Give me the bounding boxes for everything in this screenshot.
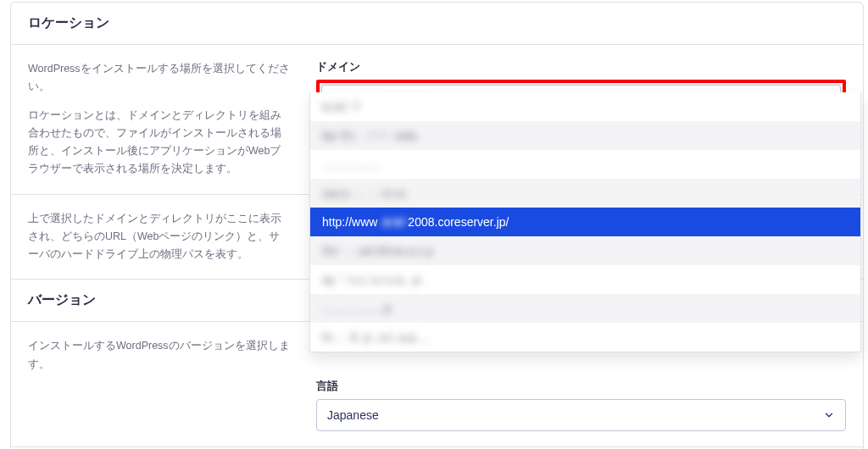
domain-option[interactable]: ls.lsl.".f [310, 92, 860, 121]
domain-option[interactable]: :.................:p [310, 294, 860, 323]
language-select[interactable]: Japanese [316, 399, 846, 431]
domain-option-blurred: . ■ ■= [377, 215, 409, 229]
language-field-label: 言語 [316, 380, 846, 394]
language-select-value: Japanese [327, 408, 379, 422]
location-lead: WordPressをインストールする場所を選択してください。 [28, 60, 291, 97]
version-description: インストールするWordPressのバージョンを選択します。 [11, 322, 308, 446]
domain-option[interactable]: lipr Ec. . ! ! ! : sala. [310, 121, 860, 150]
domain-option[interactable]: hls '. .:.ae:0lcna.a.c.p [310, 236, 860, 265]
domain-option[interactable]: ay. ': n.c.:s.r.s.a. .p: [310, 265, 860, 294]
location-right: ドメイン http://www.pla.larv2008.coreserver.… [308, 45, 863, 194]
domain-option-selected[interactable]: http://www. ■ ■=2008.coreserver.jp/ [310, 208, 860, 236]
domain-option[interactable]: hi:. : .lt. p:.:a.l. p:p. ., [310, 323, 860, 352]
location-row: WordPressをインストールする場所を選択してください。 ロケーションとは、… [11, 45, 863, 195]
domain-option[interactable]: .................. [310, 150, 860, 179]
domain-option[interactable]: rpa p .:. . : .nr.ur. [310, 179, 860, 208]
domain-dropdown: ls.lsl.".f lipr Ec. . ! ! ! : sala. ....… [309, 92, 861, 352]
location-heading: ロケーション [11, 3, 863, 45]
location-description: ロケーションとは、ドメインとディレクトリを組み合わせたもので、ファイルがインスト… [28, 107, 291, 179]
location-note: 上で選択したドメインとディレクトリがここに表示され、どちらのURL（Webページ… [11, 195, 308, 280]
domain-option-prefix: http://www [322, 215, 377, 229]
location-left-text: WordPressをインストールする場所を選択してください。 ロケーションとは、… [11, 45, 308, 194]
install-config-panel: ロケーション WordPressをインストールする場所を選択してください。 ロケ… [10, 2, 864, 449]
domain-field-label: ドメイン [316, 60, 846, 75]
chevron-down-icon [823, 409, 835, 421]
domain-option-suffix: 2008.coreserver.jp/ [408, 215, 509, 229]
